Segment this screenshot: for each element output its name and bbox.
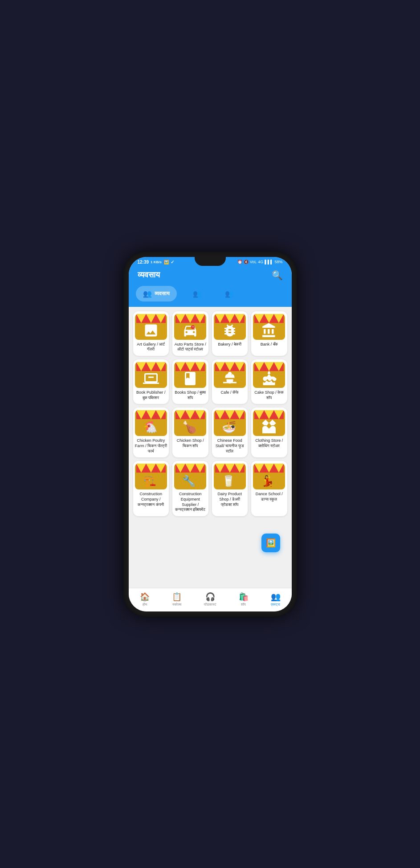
extra-icon: 👥 [271, 592, 281, 602]
status-bars: ▌▌▌ [265, 260, 273, 264]
card-label-dairy-product: Dairy Product Shop / डेअरी प्रोडक्ट शॉप [214, 492, 246, 507]
shop-icon-construction-company: 🏗️ [135, 464, 167, 489]
nav-shop[interactable]: 🛍️ शॉप [239, 592, 249, 607]
card-label-construction-company: Construction Company / कन्स्ट्रक्शन कंपन… [135, 492, 167, 507]
svg-text:🐔: 🐔 [143, 420, 158, 434]
nav-extra-label: एक्स्ट्रा [271, 603, 280, 607]
svg-text:🍗: 🍗 [182, 420, 197, 434]
status-photo-icon: 🖼️ [163, 260, 169, 265]
nav-home-label: होम [143, 603, 147, 607]
nav-schools-label: स्कोल्स [172, 603, 181, 607]
status-time: 12:39 [138, 260, 149, 265]
filter-tab-vyavsay[interactable]: 👥 व्यवसाय [136, 286, 177, 302]
card-bank[interactable]: Bank / बँक [251, 311, 287, 356]
shop-icon-book-publisher [135, 362, 167, 388]
card-label-art-gallery: Art Gallery / आर्ट गॅलरी [135, 342, 167, 352]
filter-icon-3: 👥 [225, 289, 234, 298]
shop-icon-chicken-shop: 🍗 [174, 410, 206, 436]
search-button[interactable]: 🔍 [272, 270, 283, 281]
card-label-cafe: Cafe / कॅफे [220, 390, 239, 395]
filter-icon-vyavsay: 👥 [143, 289, 152, 298]
card-dance-school[interactable]: 💃 Dance School / डान्स स्कुल [251, 461, 287, 516]
card-label-construction-equipment: Construction Equipment Supplier / कन्स्ट… [174, 492, 207, 513]
shop-icon-cake-shop [253, 362, 285, 388]
shop-icon-chicken-poultry: 🐔 [135, 410, 167, 436]
card-construction-equipment[interactable]: 🔧 Construction Equipment Supplier / कन्स… [172, 461, 208, 516]
card-book-publisher[interactable]: Book Publisher / बुक पब्लिशर [133, 359, 169, 404]
status-left: 12:39 1 KB/s 🖼️ ✓ [138, 260, 174, 265]
card-label-chicken-shop: Chicken Shop / चिकन शॉप [174, 438, 207, 448]
card-label-cake-shop: Cake Shop / केक शॉप [253, 390, 285, 400]
business-grid: Art Gallery / आर्ट गॅलरी Auto Parts Stor… [133, 311, 287, 517]
podcast-icon: 🎧 [205, 592, 215, 602]
card-label-book-publisher: Book Publisher / बुक पब्लिशर [135, 390, 167, 400]
shop-icon-clothing-store [253, 410, 285, 436]
filter-tab-3[interactable]: 👥 [218, 286, 241, 302]
nav-schools[interactable]: 📋 स्कोल्स [172, 592, 182, 607]
card-clothing-store[interactable]: Clothing Store / क्लोथिंग स्टोअर [251, 408, 287, 457]
shop-icon-auto-parts [174, 314, 206, 340]
phone-frame: 12:39 1 KB/s 🖼️ ✓ ⏰ 🔇 VoL 4G ▌▌▌ 58% व्य… [123, 252, 297, 617]
home-icon: 🏠 [140, 592, 150, 602]
shop-icon-books-shop [174, 362, 206, 388]
status-battery: 58% [274, 260, 282, 264]
svg-text:💃: 💃 [261, 474, 274, 487]
card-construction-company[interactable]: 🏗️ Construction Company / कन्स्ट्रक्शन क… [133, 461, 169, 516]
fab-icon: 🖼️ [266, 538, 276, 548]
card-chinese-food[interactable]: 🍜 Chinese Food Stall/ चायनीज फूड स्टॉल [212, 408, 248, 457]
card-label-bakery: Bakery / बेकरी [218, 342, 241, 347]
card-label-auto-parts: Auto Parts Store / ऑटो पार्ट्स स्टोअर [174, 342, 207, 352]
card-cafe[interactable]: Cafe / कॅफे [212, 359, 248, 404]
phone-screen: 12:39 1 KB/s 🖼️ ✓ ⏰ 🔇 VoL 4G ▌▌▌ 58% व्य… [129, 257, 292, 611]
card-label-clothing-store: Clothing Store / क्लोथिंग स्टोअर [253, 438, 285, 448]
filter-icon-2: 👥 [193, 289, 202, 298]
svg-text:🔧: 🔧 [182, 474, 196, 487]
bottom-nav: 🏠 होम 📋 स्कोल्स 🎧 पॉडकास्ट 🛍️ शॉप 👥 एक्स… [129, 588, 292, 611]
shop-icon-art-gallery [135, 314, 167, 340]
schools-icon: 📋 [172, 592, 182, 602]
shop-icon-chinese-food: 🍜 [214, 410, 246, 436]
shop-icon-nav: 🛍️ [239, 592, 249, 602]
nav-home[interactable]: 🏠 होम [140, 592, 150, 607]
nav-extra[interactable]: 👥 एक्स्ट्रा [271, 592, 281, 607]
status-right: ⏰ 🔇 VoL 4G ▌▌▌ 58% [237, 260, 283, 264]
shop-icon-dance-school: 💃 [253, 464, 285, 489]
app-title: व्यवसाय [138, 270, 160, 280]
filter-label-vyavsay: व्यवसाय [155, 290, 170, 297]
svg-text:🥛: 🥛 [222, 474, 235, 487]
status-4g: 4G [258, 260, 263, 264]
status-check-icon: ✓ [171, 260, 174, 265]
nav-shop-label: शॉप [241, 603, 246, 607]
card-label-chicken-poultry: Chicken Poultry Farm / चिकन पोल्ट्री फार… [135, 438, 167, 454]
nav-podcast[interactable]: 🎧 पॉडकास्ट [204, 592, 216, 607]
shop-icon-dairy-product: 🥛 [214, 464, 246, 489]
notch [195, 257, 226, 266]
filter-tab-2[interactable]: 👥 [186, 286, 209, 302]
filter-tabs: 👥 व्यवसाय 👥 👥 [129, 286, 292, 307]
card-chicken-poultry[interactable]: 🐔 Chicken Poultry Farm / चिकन पोल्ट्री फ… [133, 408, 169, 457]
card-label-chinese-food: Chinese Food Stall/ चायनीज फूड स्टॉल [214, 438, 246, 454]
card-dairy-product[interactable]: 🥛 Dairy Product Shop / डेअरी प्रोडक्ट शॉ… [212, 461, 248, 516]
status-vol: VoL [250, 260, 257, 264]
status-mute: 🔇 [244, 260, 249, 264]
card-label-bank: Bank / बँक [261, 342, 278, 347]
card-chicken-shop[interactable]: 🍗 Chicken Shop / चिकन शॉप [172, 408, 208, 457]
status-signal: 1 KB/s [151, 260, 162, 264]
shop-icon-cafe [214, 362, 246, 388]
card-auto-parts[interactable]: Auto Parts Store / ऑटो पार्ट्स स्टोअर [172, 311, 208, 356]
card-art-gallery[interactable]: Art Gallery / आर्ट गॅलरी [133, 311, 169, 356]
nav-podcast-label: पॉडकास्ट [204, 603, 216, 607]
status-alarm: ⏰ [237, 260, 242, 264]
shop-icon-bakery [214, 314, 246, 340]
card-cake-shop[interactable]: Cake Shop / केक शॉप [251, 359, 287, 404]
fab-add-image[interactable]: 🖼️ [261, 534, 280, 552]
shop-icon-bank [253, 314, 285, 340]
card-books-shop[interactable]: Books Shop / बुक्स शॉप [172, 359, 208, 404]
shop-icon-construction-equipment: 🔧 [174, 464, 206, 489]
card-bakery[interactable]: Bakery / बेकरी [212, 311, 248, 356]
svg-text:🏗️: 🏗️ [143, 474, 156, 487]
card-label-books-shop: Books Shop / बुक्स शॉप [174, 390, 207, 400]
svg-text:🍜: 🍜 [222, 420, 237, 434]
card-label-dance-school: Dance School / डान्स स्कुल [253, 492, 285, 502]
app-header: व्यवसाय 🔍 [129, 266, 292, 286]
